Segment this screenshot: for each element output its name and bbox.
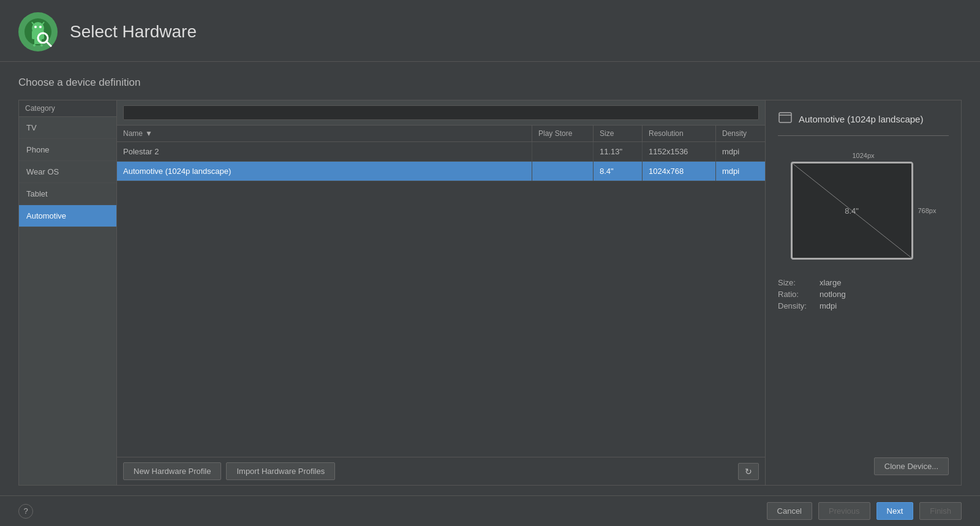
svg-rect-12 <box>779 113 791 122</box>
svg-point-5 <box>39 26 42 28</box>
cell-size: 8.4" <box>594 162 643 181</box>
subtitle: Choose a device definition <box>18 77 962 89</box>
category-header: Category <box>19 100 116 117</box>
th-density: Density <box>716 126 765 141</box>
search-bar-container: 🔍 <box>117 100 765 126</box>
spec-row-ratio: Ratio: notlong <box>778 290 949 299</box>
table-row[interactable]: Polestar 2 11.13" 1152x1536 mdpi <box>117 142 765 162</box>
page-title: Select Hardware <box>70 22 197 42</box>
table-actions: New Hardware Profile Import Hardware Pro… <box>117 457 765 485</box>
app-logo <box>18 12 58 51</box>
diagram-row: 8.4" 768px <box>791 162 937 260</box>
spec-size-value: xlarge <box>820 278 841 287</box>
cell-name: Polestar 2 <box>117 142 532 161</box>
cell-name: Automotive (1024p landscape) <box>117 162 532 181</box>
sidebar-item-tablet[interactable]: Tablet <box>19 183 116 205</box>
th-play-store: Play Store <box>532 126 594 141</box>
sort-icon: ▼ <box>145 129 153 138</box>
spec-row-size: Size: xlarge <box>778 278 949 287</box>
category-panel: Category TV Phone Wear OS Tablet Automot… <box>18 100 116 486</box>
bottom-bar: ? Cancel Previous Next Finish <box>0 495 980 526</box>
main-content: Choose a device definition Category TV P… <box>0 62 980 495</box>
table-row[interactable]: Automotive (1024p landscape) 8.4" 1024x7… <box>117 162 765 181</box>
clone-device-button[interactable]: Clone Device... <box>874 457 949 475</box>
svg-point-4 <box>34 26 37 28</box>
table-body: Polestar 2 11.13" 1152x1536 mdpi Automot… <box>117 142 765 457</box>
header-section: Select Hardware <box>0 0 980 62</box>
dimension-right-label: 768px <box>918 207 937 214</box>
svg-point-8 <box>33 44 36 47</box>
th-resolution: Resolution <box>643 126 716 141</box>
screen-size-label: 8.4" <box>845 206 859 216</box>
sidebar-item-automotive[interactable]: Automotive <box>19 205 116 227</box>
refresh-button[interactable]: ↻ <box>738 463 759 480</box>
cell-density: mdpi <box>716 142 765 161</box>
preview-panel: Automotive (1024p landscape) 1024px 8.4"… <box>766 100 962 486</box>
preview-header: Automotive (1024p landscape) <box>778 110 949 136</box>
import-hardware-profiles-button[interactable]: Import Hardware Profiles <box>226 462 335 480</box>
spec-row-density: Density: mdpi <box>778 301 949 310</box>
device-specs: Size: xlarge Ratio: notlong Density: mdp… <box>778 278 949 310</box>
cancel-button[interactable]: Cancel <box>767 502 812 520</box>
th-size: Size <box>594 126 643 141</box>
cell-size: 11.13" <box>594 142 643 161</box>
th-name: Name ▼ <box>117 126 532 141</box>
dimension-top-label: 1024px <box>852 152 874 159</box>
table-left-actions: New Hardware Profile Import Hardware Pro… <box>123 462 335 480</box>
sidebar-item-phone[interactable]: Phone <box>19 139 116 161</box>
cell-play-store <box>532 142 594 161</box>
search-wrapper: 🔍 <box>123 105 759 120</box>
svg-point-9 <box>40 44 43 47</box>
search-input[interactable] <box>123 105 759 120</box>
finish-button[interactable]: Finish <box>919 502 962 520</box>
next-button[interactable]: Next <box>876 502 914 520</box>
spec-size-label: Size: <box>778 278 815 287</box>
sidebar-item-wear-os[interactable]: Wear OS <box>19 161 116 183</box>
cell-resolution: 1152x1536 <box>643 142 716 161</box>
cell-density: mdpi <box>716 162 765 181</box>
bottom-right-actions: Cancel Previous Next Finish <box>767 502 962 520</box>
content-area: Category TV Phone Wear OS Tablet Automot… <box>18 100 962 486</box>
help-button[interactable]: ? <box>18 504 33 519</box>
cell-resolution: 1024x768 <box>643 162 716 181</box>
device-preview-icon <box>778 110 793 128</box>
device-screen: 8.4" <box>791 162 913 260</box>
cell-play-store <box>532 162 594 181</box>
device-diagram: 1024px 8.4" 768px <box>778 152 949 260</box>
spec-ratio-label: Ratio: <box>778 290 815 299</box>
spec-density-label: Density: <box>778 301 815 310</box>
table-header: Name ▼ Play Store Size Resolution Densit… <box>117 126 765 142</box>
device-panel: 🔍 Name ▼ Play Store Size Resolution Dens… <box>116 100 766 486</box>
spec-density-value: mdpi <box>820 301 837 310</box>
sidebar-item-tv[interactable]: TV <box>19 117 116 139</box>
previous-button[interactable]: Previous <box>818 502 870 520</box>
spec-ratio-value: notlong <box>820 290 846 299</box>
new-hardware-profile-button[interactable]: New Hardware Profile <box>123 462 221 480</box>
preview-device-name: Automotive (1024p landscape) <box>799 114 923 124</box>
